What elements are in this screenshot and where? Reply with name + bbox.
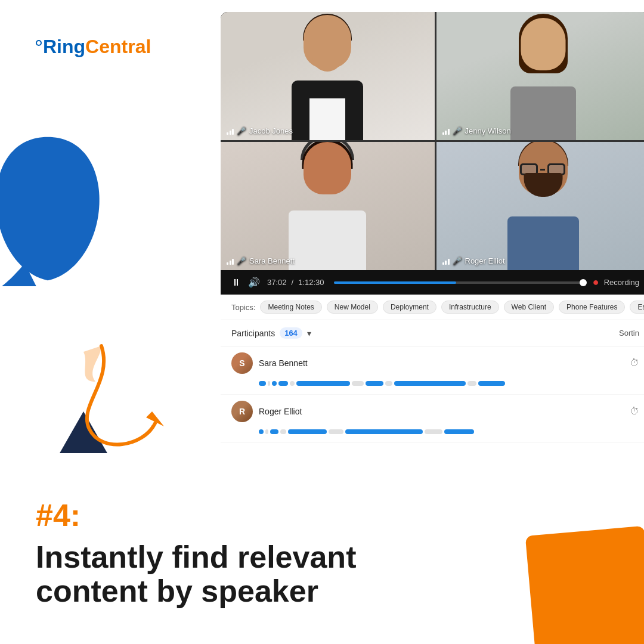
tl-seg (280, 429, 286, 434)
video-call-panel: 🎤 Jacob Jones 🎤 Jenny Wilson (221, 12, 644, 443)
signal-icon-roger (442, 258, 450, 265)
sorting-label: Sortin (619, 329, 639, 338)
participant-row-sara: S Sara Bennett ⏱ (221, 346, 644, 395)
tl-seg (296, 381, 350, 386)
video-grid: 🎤 Jacob Jones 🎤 Jenny Wilson (221, 12, 644, 270)
participants-title: Participants 164 ▾ (231, 327, 311, 339)
participant-name-sara: Sara Bennett (249, 256, 295, 265)
pause-button[interactable]: ⏸ (231, 277, 241, 288)
cta-number: #4: (36, 497, 80, 533)
participant-name-jenny: Jenny Wilson (465, 126, 511, 135)
signal-icon-jenny (442, 128, 450, 135)
recording-dot: ● (593, 276, 599, 289)
participant-info-roger: R Roger Elliot ⏱ (231, 401, 639, 422)
orange-arrow-decoration (54, 334, 239, 465)
logo: RingCentral (36, 36, 151, 58)
tl-seg (345, 429, 423, 434)
timeline-info: 37:02 / 1:12:30 ● Recording (267, 276, 639, 289)
blue-teardrop-decoration (0, 131, 107, 286)
video-cell-jacob: 🎤 Jacob Jones (221, 12, 435, 140)
time-separator: / (292, 278, 294, 287)
logo-ring-text: Ring (36, 36, 85, 58)
tl-seg (272, 381, 277, 386)
tl-seg (394, 381, 466, 386)
participant-video-roger (436, 142, 645, 270)
signal-icon-sara (227, 258, 234, 265)
video-cell-jenny: 🎤 Jenny Wilson (436, 12, 645, 140)
orange-rect-decoration (525, 526, 644, 644)
participant-row-roger: R Roger Elliot ⏱ (221, 395, 644, 443)
tl-seg (270, 429, 278, 434)
tl-seg (259, 429, 264, 434)
timeline-bar[interactable] (334, 281, 583, 284)
signal-icon-jacob (227, 128, 234, 135)
topic-chip-estimates[interactable]: Estimates (630, 301, 644, 314)
video-cell-roger: 🎤 Roger Elliot (436, 142, 645, 270)
participant-info-sara: S Sara Bennett ⏱ (231, 352, 639, 374)
topic-chip-meeting-notes[interactable]: Meeting Notes (260, 301, 321, 314)
recording-label: Recording (604, 278, 639, 287)
topic-chip-web-client[interactable]: Web Client (504, 301, 554, 314)
participants-header: Participants 164 ▾ Sortin (221, 320, 644, 346)
participant-label-sara: 🎤 Sara Bennett (227, 256, 295, 265)
avatar-roger: R (231, 401, 253, 422)
tl-seg (268, 381, 270, 386)
mic-icon-jacob: 🎤 (237, 126, 246, 135)
participant-action-sara[interactable]: ⏱ (630, 358, 639, 369)
participant-name-roger: Roger Elliot (465, 256, 505, 265)
tl-seg (467, 381, 476, 386)
bottom-cta: #4: Instantly find relevant content by s… (36, 497, 394, 608)
participant-name-roger-panel: Roger Elliot (259, 407, 624, 416)
mic-icon-roger: 🎤 (453, 256, 462, 265)
participant-label-jenny: 🎤 Jenny Wilson (442, 126, 511, 135)
topics-bar: Topics: Meeting Notes New Model Deployme… (221, 295, 644, 320)
participant-label-roger: 🎤 Roger Elliot (442, 256, 505, 265)
tl-seg (329, 429, 343, 434)
participant-count-badge: 164 (280, 327, 302, 339)
tl-seg (444, 429, 474, 434)
timeline-progress (334, 281, 456, 284)
timeline-track-sara (231, 379, 639, 388)
video-cell-sara: 🎤 Sara Bennett (221, 142, 435, 270)
logo-central-text: Central (85, 36, 151, 58)
tl-seg (425, 429, 442, 434)
participant-video-sara (221, 142, 435, 270)
volume-button[interactable]: 🔊 (248, 277, 260, 288)
time-current: 37:02 (267, 278, 287, 287)
dropdown-icon[interactable]: ▾ (307, 329, 311, 338)
tl-seg (290, 381, 295, 386)
tl-seg (366, 381, 383, 386)
tl-seg (288, 429, 327, 434)
tl-seg (352, 381, 364, 386)
mic-icon-sara: 🎤 (237, 256, 246, 265)
topics-label: Topics: (231, 303, 255, 312)
participant-video-jenny (436, 12, 645, 140)
topic-chip-deployment[interactable]: Deployment (383, 301, 436, 314)
participant-label-jacob: 🎤 Jacob Jones (227, 126, 293, 135)
topic-chip-new-model[interactable]: New Model (327, 301, 378, 314)
topic-chip-infrastructure[interactable]: Infrastructure (441, 301, 499, 314)
mic-icon-jenny: 🎤 (453, 126, 462, 135)
avatar-sara: S (231, 352, 253, 374)
timeline-scrubber[interactable] (580, 279, 587, 286)
video-controls-bar: ⏸ 🔊 37:02 / 1:12:30 ● Recording (221, 270, 644, 295)
tl-seg (385, 381, 392, 386)
participants-label: Participants (231, 329, 275, 338)
topic-chip-phone-features[interactable]: Phone Features (559, 301, 625, 314)
participants-panel: Participants 164 ▾ Sortin S Sara Bennett… (221, 320, 644, 443)
tl-seg (259, 381, 266, 386)
participant-name-sara-panel: Sara Bennett (259, 358, 624, 368)
time-total: 1:12:30 (298, 278, 324, 287)
tl-seg (478, 381, 505, 386)
tl-seg (265, 429, 268, 434)
tl-seg (278, 381, 288, 386)
participant-video-jacob (221, 12, 435, 140)
participant-name-jacob: Jacob Jones (249, 126, 293, 135)
participant-action-roger[interactable]: ⏱ (630, 406, 639, 417)
cta-description: Instantly find relevant content by speak… (36, 540, 394, 608)
logo-ring-icon (36, 40, 42, 46)
timeline-track-roger (231, 427, 639, 436)
